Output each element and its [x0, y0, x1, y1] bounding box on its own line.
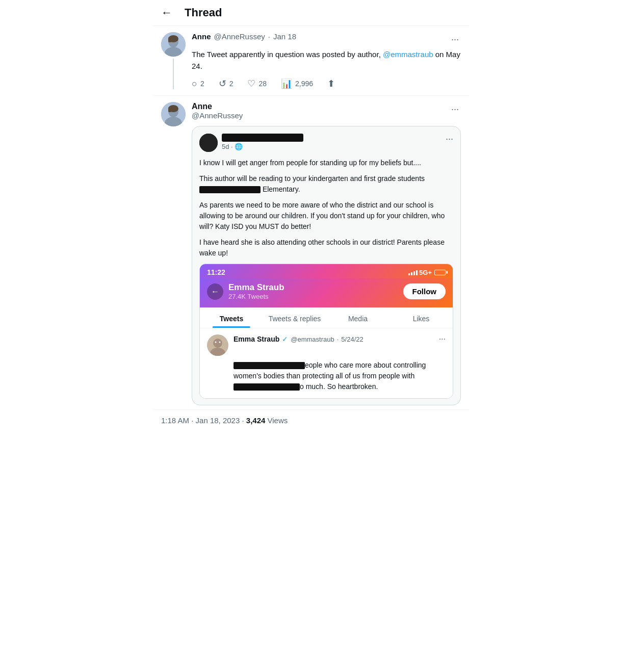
- svg-point-12: [213, 339, 222, 348]
- tweet-actions: ○ 2 ↺ 2 ♡ 28 📊 2,996 ⬆: [192, 78, 461, 89]
- tweet2-author-name: Anne: [192, 102, 243, 111]
- back-button[interactable]: ←: [161, 6, 172, 19]
- embedded-avatar: [199, 134, 218, 152]
- phone-tweet-more[interactable]: ···: [439, 334, 446, 344]
- embedded-text3: As parents we need to be more aware of w…: [199, 200, 453, 232]
- like-count: 28: [258, 80, 267, 88]
- reply-button[interactable]: ○ 2: [192, 79, 204, 89]
- share-icon: ⬆: [327, 78, 335, 89]
- more-options-button[interactable]: ···: [449, 32, 461, 47]
- tweet-date: ·: [268, 32, 270, 41]
- phone-profile-tweets: 27.4K Tweets: [228, 293, 403, 300]
- views-button[interactable]: 📊 2,996: [281, 78, 313, 89]
- footer-views-count: 3,424: [246, 416, 266, 425]
- retweet-icon: ↺: [219, 78, 226, 89]
- footer-time: 1:18 AM: [161, 416, 189, 425]
- page-title: Thread: [185, 6, 222, 19]
- avatar[interactable]: [161, 32, 186, 57]
- tab-media[interactable]: Media: [326, 307, 390, 328]
- tweet2: Anne @AnneRussey ···: [153, 96, 469, 409]
- author-handle[interactable]: @AnneRussey: [214, 32, 265, 41]
- avatar2[interactable]: [161, 102, 186, 126]
- embedded-card: 5d · 🌐 ··· I know I will get anger from …: [192, 126, 461, 405]
- mention-link[interactable]: @emmastraub: [383, 50, 433, 59]
- heart-icon: ♡: [247, 78, 255, 89]
- tab-tweets[interactable]: Tweets: [200, 307, 263, 328]
- redacted-bar3: [234, 383, 300, 391]
- embedded-text2: This author will be reading to your kind…: [199, 173, 453, 195]
- battery-icon: [434, 270, 446, 275]
- tab-tweets-replies[interactable]: Tweets & replies: [263, 307, 326, 328]
- phone-screenshot: 11:22 5G+: [199, 264, 453, 399]
- phone-signal-label: 5G+: [419, 269, 432, 276]
- phone-time: 11:22: [207, 268, 225, 276]
- thread-header: ← Thread: [153, 0, 469, 26]
- phone-tabs: Tweets Tweets & replies Media Likes: [200, 307, 453, 328]
- views-count: 2,996: [295, 80, 313, 88]
- phone-profile-bar: ← Emma Straub 27.4K Tweets Follow: [200, 278, 453, 307]
- thread-line: [173, 59, 174, 89]
- tweet1: Anne @AnneRussey · Jan 18 ··· The Tweet …: [153, 26, 469, 96]
- svg-point-15: [219, 342, 221, 343]
- phone-signal: 5G+: [408, 269, 446, 276]
- svg-rect-4: [168, 37, 171, 42]
- reply-count: 2: [200, 80, 204, 88]
- author-name: Anne: [192, 32, 211, 41]
- svg-rect-9: [168, 107, 171, 112]
- phone-status-bar: 11:22 5G+: [200, 264, 453, 278]
- verified-badge: ✓: [282, 335, 288, 343]
- tweet2-author-handle[interactable]: @AnneRussey: [192, 111, 243, 120]
- views-icon: 📊: [281, 78, 292, 89]
- share-button[interactable]: ⬆: [327, 78, 335, 89]
- footer-views-label: Views: [268, 416, 288, 425]
- retweet-button[interactable]: ↺ 2: [219, 78, 234, 89]
- phone-profile-name: Emma Straub: [228, 282, 403, 293]
- tweet-footer: 1:18 AM · Jan 18, 2023 · 3,424 Views: [153, 409, 469, 431]
- phone-tweet: Emma Straub ✓ @emmastraub · 5/24/22 ···: [200, 328, 453, 398]
- phone-tweet-date: ·: [337, 335, 339, 343]
- phone-follow-button[interactable]: Follow: [403, 283, 446, 299]
- phone-tweet-date-value: 5/24/22: [341, 335, 363, 343]
- redacted-bar: [199, 186, 261, 193]
- phone-tweet-author-name: Emma Straub: [234, 335, 279, 343]
- tweet-text: The Tweet apparently in question was pos…: [192, 49, 461, 72]
- tweet-date-value: Jan 18: [273, 32, 296, 41]
- embedded-text4: I have heard she is also attending other…: [199, 237, 453, 259]
- svg-rect-10: [199, 134, 218, 152]
- phone-tweet-handle: @emmastraub: [291, 335, 334, 343]
- embedded-text1: I know I will get anger from people for …: [199, 158, 453, 168]
- redacted-bar2: [234, 362, 305, 369]
- embedded-name-redacted: [222, 134, 303, 142]
- phone-back-button[interactable]: ←: [207, 283, 223, 300]
- embedded-post-meta: 5d · 🌐: [222, 143, 442, 150]
- like-button[interactable]: ♡ 28: [247, 78, 267, 89]
- phone-tweet-avatar: [207, 334, 228, 356]
- tab-likes[interactable]: Likes: [390, 307, 453, 328]
- phone-tweet-text: eople who care more about controlling wo…: [234, 360, 446, 392]
- retweet-count: 2: [229, 80, 234, 88]
- reply-icon: ○: [192, 79, 197, 89]
- footer-date: Jan 18, 2023: [196, 416, 240, 425]
- tweet2-more-options[interactable]: ···: [449, 102, 461, 117]
- svg-point-14: [215, 342, 217, 343]
- embedded-more-options[interactable]: ···: [446, 134, 453, 144]
